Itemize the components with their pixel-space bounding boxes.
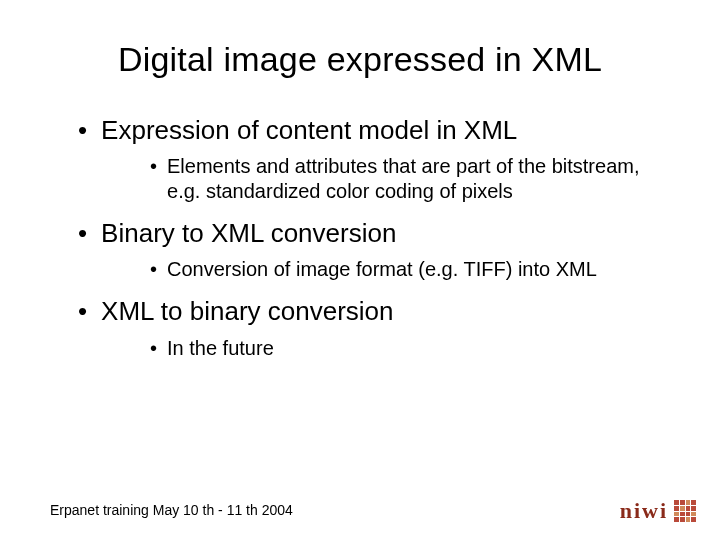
logo: niwi [620, 498, 696, 524]
bullet-icon: • [78, 117, 87, 143]
list-item: • Conversion of image format (e.g. TIFF)… [150, 257, 670, 282]
sub-list: • In the future [78, 336, 670, 361]
bullet-list: • Expression of content model in XML • E… [50, 115, 670, 361]
bullet-icon: • [150, 338, 157, 358]
list-item: • Expression of content model in XML • E… [78, 115, 670, 204]
bullet-icon: • [78, 298, 87, 324]
logo-text: niwi [620, 498, 668, 524]
bullet-icon: • [150, 156, 157, 176]
bullet-text: Expression of content model in XML [101, 115, 517, 146]
list-item: • In the future [150, 336, 670, 361]
slide: Digital image expressed in XML • Express… [0, 0, 720, 395]
sub-bullet-text: Elements and attributes that are part of… [167, 154, 670, 204]
logo-word: niwi [620, 498, 668, 523]
footer-text: Erpanet training May 10 th - 11 th 2004 [50, 502, 293, 518]
bullet-icon: • [150, 259, 157, 279]
list-item: • XML to binary conversion • In the futu… [78, 296, 670, 360]
sub-list: • Elements and attributes that are part … [78, 154, 670, 204]
bullet-text: XML to binary conversion [101, 296, 393, 327]
list-item: • Binary to XML conversion • Conversion … [78, 218, 670, 282]
logo-icon [674, 500, 696, 522]
sub-bullet-text: Conversion of image format (e.g. TIFF) i… [167, 257, 597, 282]
sub-bullet-text: In the future [167, 336, 274, 361]
bullet-text: Binary to XML conversion [101, 218, 396, 249]
list-item: • Elements and attributes that are part … [150, 154, 670, 204]
slide-title: Digital image expressed in XML [50, 40, 670, 79]
sub-list: • Conversion of image format (e.g. TIFF)… [78, 257, 670, 282]
bullet-icon: • [78, 220, 87, 246]
